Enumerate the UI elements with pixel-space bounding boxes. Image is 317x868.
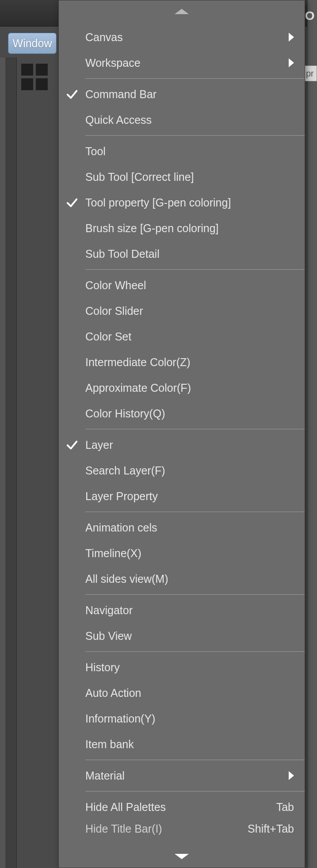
menu-separator [85,78,305,79]
menu-item-label: Item bank [85,738,294,751]
menu-item-sub-tool-correct-line[interactable]: Sub Tool [Correct line] [59,164,305,190]
chevron-right-icon [289,58,294,67]
menu-item-label: Color Set [85,330,294,343]
menu-item-hide-all-palettes[interactable]: Hide All PalettesTab [59,794,305,820]
check-icon [64,86,80,102]
menu-item-label: Navigator [85,604,294,617]
window-menu-button-label: Window [13,37,52,50]
menu-separator [85,791,305,792]
menu-scroll-up[interactable] [59,0,305,23]
menu-item-color-slider[interactable]: Color Slider [59,298,305,324]
menu-item-label: History [85,661,294,674]
menu-item-label: Canvas [85,31,283,44]
menu-separator [85,135,305,136]
menu-item-label: Color History(Q) [85,407,294,420]
menu-item-animation-cels[interactable]: Animation cels [59,515,305,540]
menu-item-label: Timeline(X) [85,547,294,560]
grid-view-icon[interactable] [21,64,48,90]
menu-item-color-wheel[interactable]: Color Wheel [59,272,305,298]
menu-item-label: Command Bar [85,88,294,101]
menu-item-sub-view[interactable]: Sub View [59,623,305,649]
menu-item-label: Hide Title Bar(I) [85,822,239,835]
menu-item-label: Information(Y) [85,712,294,725]
menu-item-label: Color Slider [85,305,294,317]
window-menu-dropdown: CanvasWorkspaceCommand BarQuick AccessTo… [58,0,305,868]
chevron-right-icon [289,33,294,42]
menu-item-material[interactable]: Material [59,763,305,788]
menu-item-label: Tool property [G-pen coloring] [85,196,294,209]
menu-item-label: All sides view(M) [85,573,294,585]
left-dock-edge [0,57,5,868]
menu-item-workspace[interactable]: Workspace [59,50,305,76]
menu-item-label: Sub View [85,630,294,642]
menu-item-tool-property-g-pen-coloring[interactable]: Tool property [G-pen coloring] [59,190,305,215]
menu-item-label: Sub Tool Detail [85,248,294,260]
menu-item-label: Layer [85,439,294,451]
menu-item-intermediate-color-z[interactable]: Intermediate Color(Z) [59,349,305,375]
menu-separator [85,760,305,760]
check-icon [64,195,80,210]
menu-item-label: Tool [85,145,294,158]
menu-item-accelerator: Shift+Tab [248,822,294,835]
menu-item-color-history-q[interactable]: Color History(Q) [59,401,305,426]
menu-item-label: Material [85,769,283,782]
menu-item-label: Hide All Palettes [85,801,267,814]
menu-item-brush-size-g-pen-coloring[interactable]: Brush size [G-pen coloring] [59,215,305,241]
menu-item-auto-action[interactable]: Auto Action [59,680,305,706]
menu-item-label: Quick Access [85,114,294,126]
menu-item-label: Color Wheel [85,279,294,292]
menu-item-command-bar[interactable]: Command Bar [59,81,305,107]
menu-item-label: Layer Property [85,490,294,503]
chevron-up-icon [175,9,189,14]
menu-item-label: Brush size [G-pen coloring] [85,222,294,235]
menu-scroll-down[interactable] [59,845,305,868]
menu-item-tool[interactable]: Tool [59,138,305,164]
menu-item-quick-access[interactable]: Quick Access [59,107,305,133]
menu-separator [85,594,305,595]
menu-item-search-layer-f[interactable]: Search Layer(F) [59,458,305,483]
menu-item-accelerator: Tab [276,801,294,814]
menu-item-approximate-color-f[interactable]: Approximate Color(F) [59,375,305,401]
menu-separator [85,429,305,429]
menu-item-navigator[interactable]: Navigator [59,597,305,623]
menu-item-label: Search Layer(F) [85,464,294,477]
chevron-down-icon [175,854,189,859]
menu-item-label: Approximate Color(F) [85,382,294,394]
menu-item-all-sides-view-m[interactable]: All sides view(M) [59,566,305,592]
menu-item-color-set[interactable]: Color Set [59,324,305,349]
menu-item-label: Auto Action [85,687,294,700]
menu-item-information-y[interactable]: Information(Y) [59,706,305,731]
menu-item-layer[interactable]: Layer [59,432,305,458]
menu-item-canvas[interactable]: Canvas [59,24,305,50]
menu-separator [85,269,305,270]
menu-item-label: Animation cels [85,521,294,534]
menu-item-sub-tool-detail[interactable]: Sub Tool Detail [59,241,305,267]
menu-item-history[interactable]: History [59,654,305,680]
menu-separator [85,651,305,652]
menu-item-item-bank[interactable]: Item bank [59,731,305,757]
menu-item-label: Workspace [85,57,283,69]
menu-item-label: Sub Tool [Correct line] [85,171,294,184]
window-menu-button[interactable]: Window [8,33,57,54]
right-dock-strip [307,0,317,868]
right-dock-field[interactable]: pr [304,65,317,81]
check-icon [64,437,80,453]
menu-item-label: Intermediate Color(Z) [85,356,294,369]
menu-item-layer-property[interactable]: Layer Property [59,483,305,509]
menu-item-hide-title-bar-i[interactable]: Hide Title Bar(I)Shift+Tab [59,820,305,837]
menu-item-timeline-x[interactable]: Timeline(X) [59,540,305,566]
chevron-right-icon [289,771,294,780]
menu-separator [85,512,305,512]
menu-body: CanvasWorkspaceCommand BarQuick AccessTo… [59,23,305,845]
